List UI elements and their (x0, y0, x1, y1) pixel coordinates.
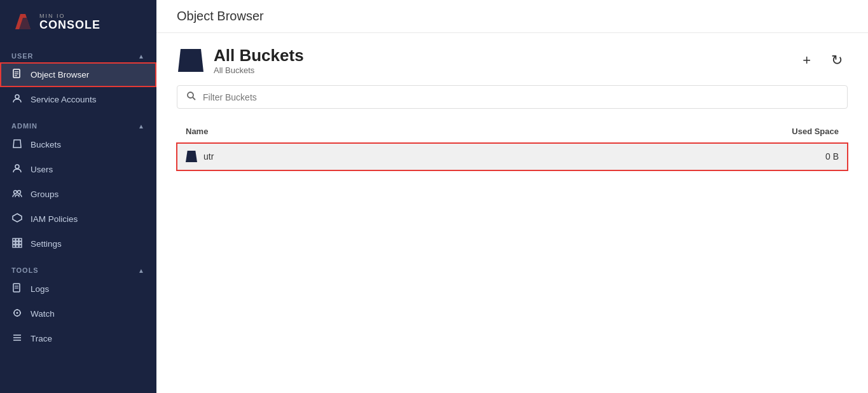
buckets-icon (11, 139, 23, 151)
sidebar-item-groups-label: Groups (31, 190, 59, 199)
svg-marker-7 (13, 140, 21, 148)
nav-section-user-label: USER (11, 52, 34, 60)
trace-icon (11, 333, 23, 345)
svg-point-10 (18, 191, 21, 194)
svg-line-35 (193, 97, 195, 100)
buckets-table: Name Used Space utr 0 B (177, 120, 848, 170)
svg-rect-20 (19, 245, 22, 247)
svg-rect-14 (19, 238, 22, 241)
logo-icon (13, 11, 33, 32)
nav-section-admin-label: ADMIN (11, 122, 38, 130)
svg-rect-18 (13, 245, 15, 247)
nav-section-user: USER ▲ Object Browser (0, 47, 156, 112)
logo-console-label: CONSOLE (39, 19, 100, 31)
bucket-name-cell: utr (177, 143, 456, 170)
sidebar-item-users[interactable]: Users (0, 157, 156, 182)
bucket-name-label: utr (203, 151, 214, 162)
sidebar-item-trace[interactable]: Trace (0, 326, 156, 351)
service-accounts-icon (11, 93, 23, 106)
filter-row (177, 85, 848, 109)
bucket-main-title: All Buckets (214, 46, 304, 66)
nav-section-tools-label: TOOLS (11, 266, 39, 274)
sidebar: MIN IO CONSOLE USER ▲ Object Brows (0, 0, 156, 393)
filter-buckets-input[interactable] (203, 92, 838, 102)
svg-rect-16 (16, 242, 18, 244)
sidebar-item-iam-policies-label: IAM Policies (31, 214, 78, 224)
bucket-row-icon (186, 151, 197, 162)
svg-point-6 (15, 95, 19, 99)
sidebar-item-buckets-label: Buckets (31, 140, 61, 149)
sidebar-item-logs[interactable]: Logs (0, 277, 156, 301)
svg-rect-15 (13, 242, 15, 244)
table-body: utr 0 B (177, 143, 848, 170)
table-row[interactable]: utr 0 B (177, 143, 848, 170)
sidebar-item-buckets[interactable]: Buckets (0, 132, 156, 157)
all-buckets-icon (177, 46, 205, 74)
bucket-title-row: All Buckets All Buckets + ↻ (177, 46, 848, 75)
object-browser-icon (11, 69, 23, 81)
refresh-button[interactable]: ↻ (826, 51, 848, 70)
chevron-up-icon-tools: ▲ (138, 267, 145, 274)
sidebar-item-object-browser[interactable]: Object Browser (0, 62, 156, 87)
page-body: All Buckets All Buckets + ↻ Name (156, 33, 868, 393)
sidebar-item-logs-label: Logs (31, 284, 49, 294)
sidebar-item-object-browser-label: Object Browser (31, 70, 89, 79)
logs-icon (11, 283, 23, 295)
sidebar-item-trace-label: Trace (31, 334, 52, 343)
page-header: Object Browser (156, 0, 868, 33)
svg-point-25 (17, 312, 18, 314)
settings-icon (11, 238, 23, 250)
users-icon (11, 163, 23, 176)
sidebar-item-service-accounts-label: Service Accounts (31, 95, 97, 104)
main-content: Object Browser All Buckets All Buckets +… (156, 0, 868, 393)
sidebar-item-iam-policies[interactable]: IAM Policies (0, 207, 156, 231)
svg-point-9 (14, 191, 17, 194)
sidebar-item-settings[interactable]: Settings (0, 231, 156, 256)
bucket-title-left: All Buckets All Buckets (177, 46, 304, 75)
svg-point-8 (15, 165, 19, 169)
watch-icon (11, 308, 23, 320)
groups-icon (11, 188, 23, 200)
bucket-title-text: All Buckets All Buckets (214, 46, 304, 75)
svg-rect-17 (19, 242, 22, 244)
bucket-actions: + ↻ (797, 51, 848, 70)
svg-marker-33 (178, 49, 203, 72)
svg-marker-11 (13, 214, 22, 222)
nav-section-tools: TOOLS ▲ Logs (0, 261, 156, 351)
add-bucket-button[interactable]: + (797, 51, 816, 70)
logo: MIN IO CONSOLE (0, 0, 156, 42)
svg-rect-19 (16, 245, 18, 247)
nav-section-admin-header[interactable]: ADMIN ▲ (0, 117, 156, 132)
nav-section-tools-header[interactable]: TOOLS ▲ (0, 261, 156, 277)
svg-rect-12 (13, 238, 15, 241)
sidebar-nav: USER ▲ Object Browser (0, 42, 156, 393)
sidebar-item-watch-label: Watch (31, 309, 55, 319)
search-icon (186, 91, 196, 103)
bucket-used-space-cell: 0 B (456, 143, 848, 170)
page-title: Object Browser (177, 9, 848, 24)
nav-section-user-header[interactable]: USER ▲ (0, 47, 156, 62)
sidebar-item-service-accounts[interactable]: Service Accounts (0, 87, 156, 112)
bucket-row-name: utr (186, 151, 447, 162)
svg-rect-13 (16, 238, 18, 241)
bucket-subtitle: All Buckets (214, 66, 304, 75)
sidebar-item-watch[interactable]: Watch (0, 301, 156, 326)
chevron-up-icon: ▲ (138, 53, 145, 60)
sidebar-item-groups[interactable]: Groups (0, 182, 156, 207)
table-header: Name Used Space (177, 120, 848, 143)
column-used-space: Used Space (456, 120, 848, 143)
column-name: Name (177, 120, 456, 143)
chevron-up-icon-admin: ▲ (138, 123, 145, 130)
sidebar-item-settings-label: Settings (31, 239, 62, 249)
nav-section-admin: ADMIN ▲ Buckets Users (0, 117, 156, 256)
svg-point-34 (188, 92, 193, 98)
sidebar-item-users-label: Users (31, 165, 53, 174)
logo-text: MIN IO CONSOLE (39, 13, 100, 31)
iam-policies-icon (11, 213, 23, 225)
